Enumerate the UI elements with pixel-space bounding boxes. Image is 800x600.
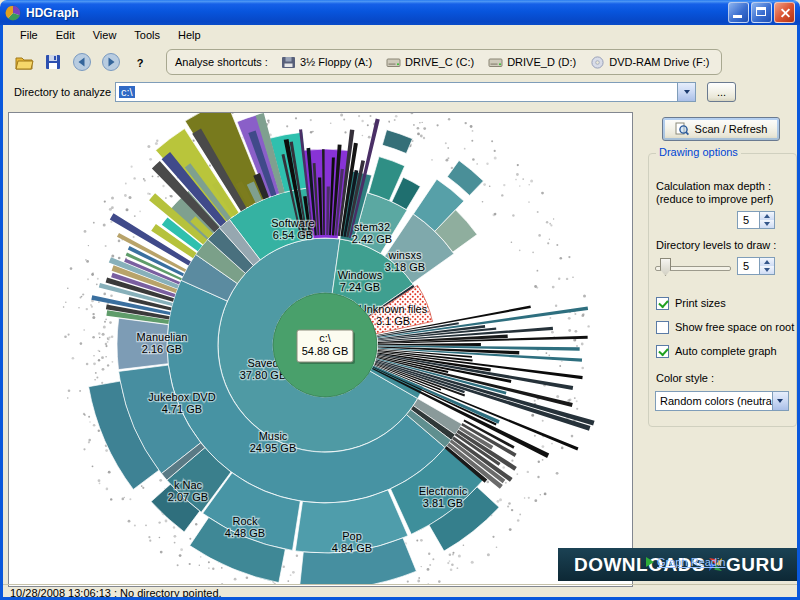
watermark-text-2: GURU <box>726 554 784 576</box>
menu-file[interactable]: File <box>11 27 47 43</box>
spin-up-icon[interactable] <box>760 212 774 220</box>
slider-thumb[interactable] <box>660 258 671 276</box>
magnifier-icon <box>675 122 689 136</box>
maximize-button[interactable] <box>751 2 772 23</box>
max-depth-value: 5 <box>743 214 749 226</box>
menu-bar: FileEditViewToolsHelp <box>3 25 800 45</box>
color-style-label: Color style : <box>656 372 714 384</box>
drive-d-button[interactable]: DRIVE_D (D:) <box>488 56 576 69</box>
forward-icon <box>101 52 121 72</box>
forward-button[interactable] <box>100 51 122 73</box>
save-icon <box>43 52 63 72</box>
minimize-button[interactable] <box>728 2 749 23</box>
reading-arrow-icon <box>646 557 654 567</box>
directory-bar: Directory to analyze : c:\ ... <box>3 81 797 105</box>
checkbox-row-show-free-space-on-root: Show free space on root <box>656 318 794 336</box>
graph-reading-link[interactable]: Graph Readin <box>646 556 726 568</box>
root-directory[interactable]: c:\54.88 GB <box>273 293 377 397</box>
svg-text:stem322.42 GB: stem322.42 GB <box>352 221 392 245</box>
color-style-dropdown-button[interactable] <box>772 392 788 410</box>
root-label: c:\ <box>319 332 332 344</box>
calc-depth-sublabel: (reduce to improve perf) <box>656 193 773 205</box>
directory-dropdown-button[interactable] <box>677 83 695 101</box>
spin-up-icon[interactable] <box>760 258 774 266</box>
minimize-icon <box>733 15 742 18</box>
status-bar: 10/28/2008 13:06:13 : No directory point… <box>3 584 797 597</box>
window-border-left <box>0 25 3 600</box>
color-style-combobox[interactable]: Random colors (neutra <box>655 391 789 411</box>
root-size: 54.88 GB <box>302 345 348 357</box>
levels-label: Directory levels to draw : <box>656 239 776 251</box>
segment-topright-outer-a <box>447 161 483 196</box>
hdd-icon <box>386 56 401 69</box>
drawing-options-group: Drawing options Calculation max depth : … <box>648 153 797 427</box>
drive-c-button[interactable]: DRIVE_C (C:) <box>386 56 474 69</box>
levels-spinner[interactable]: 5 <box>737 257 775 275</box>
directory-value: c:\ <box>119 86 135 98</box>
chevron-down-icon <box>684 90 690 94</box>
maximize-icon <box>756 7 766 16</box>
app-icon <box>5 5 21 21</box>
checkbox-label: Print sizes <box>675 297 726 309</box>
floppy-icon <box>281 56 296 69</box>
checkbox-label: Show free space on root <box>675 321 794 333</box>
check-icon <box>658 345 668 356</box>
hdd-icon <box>488 56 503 69</box>
drive-label: 3½ Floppy (A:) <box>300 56 372 68</box>
levels-value: 5 <box>743 260 749 272</box>
checkbox-row-auto-complete-graph: Auto complete graph <box>656 342 777 360</box>
scan-refresh-label: Scan / Refresh <box>695 123 768 135</box>
chevron-down-icon <box>777 399 783 403</box>
scan-refresh-button[interactable]: Scan / Refresh <box>662 117 780 141</box>
menu-view[interactable]: View <box>84 27 126 43</box>
chart-panel: Saved37.80 GBMusic24.95 GBSoftware6.54 G… <box>8 112 633 587</box>
checkbox-auto-complete-graph[interactable] <box>656 345 669 358</box>
svg-text:?: ? <box>137 57 144 69</box>
segment-topright-outer-b <box>382 130 412 154</box>
spinner-buttons[interactable] <box>759 258 774 274</box>
back-button[interactable] <box>71 51 93 73</box>
spin-down-icon[interactable] <box>760 220 774 228</box>
analyse-shortcuts-label: Analyse shortcuts : <box>175 56 268 68</box>
client-area: FileEditViewToolsHelp ? Analyse shortcut… <box>3 25 797 597</box>
checkbox-label: Auto complete graph <box>675 345 777 357</box>
color-style-value: Random colors (neutra <box>660 395 772 407</box>
cd-icon <box>590 56 605 69</box>
back-icon <box>72 52 92 72</box>
drive-a-button[interactable]: 3½ Floppy (A:) <box>281 56 372 69</box>
help-icon: ? <box>130 52 150 72</box>
drawing-options-title: Drawing options <box>656 146 741 158</box>
window-title: HDGraph <box>26 6 79 20</box>
max-depth-spinner[interactable]: 5 <box>737 211 775 229</box>
close-icon <box>779 7 790 18</box>
menu-edit[interactable]: Edit <box>47 27 84 43</box>
browse-button[interactable]: ... <box>707 82 736 102</box>
directory-label: Directory to analyze : <box>14 86 117 98</box>
svg-text:Manuelian2.16 GB: Manuelian2.16 GB <box>137 331 188 355</box>
help-button[interactable]: ? <box>129 51 151 73</box>
checkbox-row-print-sizes: Print sizes <box>656 294 726 312</box>
graph-reading-label: Graph Readin <box>657 556 726 568</box>
close-button[interactable] <box>774 2 795 23</box>
toolbar: ? Analyse shortcuts : 3½ Floppy (A:)DRIV… <box>3 45 797 79</box>
menu-help[interactable]: Help <box>169 27 210 43</box>
save-button[interactable] <box>42 51 64 73</box>
svg-text:Software6.54 GB: Software6.54 GB <box>271 217 314 241</box>
open-folder-button[interactable] <box>13 51 35 73</box>
drive-label: DVD-RAM Drive (F:) <box>609 56 709 68</box>
spin-down-icon[interactable] <box>760 266 774 274</box>
analyse-shortcuts-group: Analyse shortcuts : 3½ Floppy (A:)DRIVE_… <box>166 49 722 75</box>
check-icon <box>658 297 668 308</box>
sunburst-chart[interactable]: Saved37.80 GBMusic24.95 GBSoftware6.54 G… <box>9 113 630 584</box>
svg-text:Windows7.24 GB: Windows7.24 GB <box>338 269 383 293</box>
checkbox-show-free-space-on-root[interactable] <box>656 321 669 334</box>
title-bar[interactable]: HDGraph <box>0 0 800 25</box>
svg-text:winsxs3.18 GB: winsxs3.18 GB <box>385 249 425 273</box>
menu-tools[interactable]: Tools <box>125 27 169 43</box>
spinner-buttons[interactable] <box>759 212 774 228</box>
drive-label: DRIVE_C (C:) <box>405 56 474 68</box>
directory-combobox[interactable]: c:\ <box>115 82 696 102</box>
levels-slider[interactable] <box>655 258 731 276</box>
drive-f-button[interactable]: DVD-RAM Drive (F:) <box>590 56 709 69</box>
checkbox-print-sizes[interactable] <box>656 297 669 310</box>
